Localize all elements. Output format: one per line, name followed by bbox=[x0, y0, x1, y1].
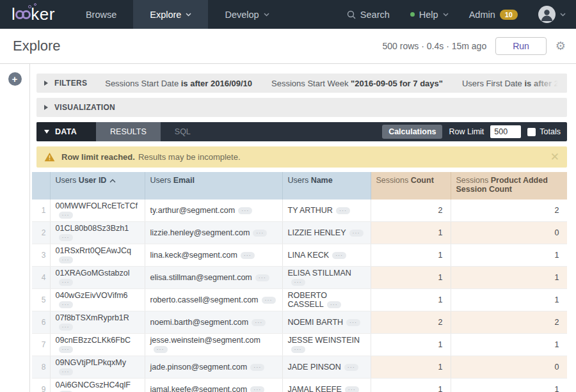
run-button[interactable]: Run bbox=[495, 37, 547, 55]
cell-menu-icon[interactable]: ··· bbox=[59, 256, 73, 263]
cell-email[interactable]: noemi.barth@segment.com··· bbox=[145, 311, 282, 334]
cell-count[interactable]: 1 bbox=[371, 379, 451, 392]
cell-email[interactable]: lina.keck@segment.com··· bbox=[145, 244, 282, 267]
cell-name[interactable]: ELISA STILLMAN··· bbox=[282, 267, 371, 289]
row-limit-input[interactable] bbox=[490, 125, 521, 138]
cell-menu-icon[interactable]: ··· bbox=[59, 346, 73, 353]
cell-menu-icon[interactable]: ··· bbox=[252, 319, 266, 326]
cell-menu-icon[interactable]: ··· bbox=[332, 252, 346, 259]
visualization-bar[interactable]: VISUALIZATION bbox=[36, 98, 567, 117]
cell-count[interactable]: 1 bbox=[371, 222, 451, 244]
nav-admin[interactable]: Admin 10 bbox=[459, 10, 528, 20]
cell-menu-icon[interactable]: ··· bbox=[346, 319, 360, 326]
cell-count[interactable]: 1 bbox=[371, 244, 451, 267]
nav-item-explore[interactable]: Explore bbox=[133, 0, 208, 29]
cell-email[interactable]: roberto.cassell@segment.com··· bbox=[145, 289, 282, 311]
column-name-label: User ID bbox=[79, 176, 107, 185]
cell-product-added[interactable]: 0 bbox=[451, 222, 567, 244]
cell-user-id[interactable]: 07f8bTSXmRyprb1R··· bbox=[50, 311, 145, 334]
looker-logo[interactable]: lker bbox=[0, 0, 69, 29]
data-section-toggle[interactable]: DATA bbox=[36, 122, 96, 141]
cell-user-id[interactable]: 00MWWFOLRcETcTCf··· bbox=[50, 200, 145, 222]
cell-user-id[interactable]: 01XRAGoMGstabzol··· bbox=[50, 267, 145, 289]
column-header-name[interactable]: Users Name bbox=[282, 172, 371, 200]
cell-product-added[interactable]: 0 bbox=[451, 356, 567, 379]
cell-menu-icon[interactable]: ··· bbox=[291, 279, 305, 286]
cell-name[interactable]: TY ARTHUR··· bbox=[282, 200, 371, 222]
cell-menu-icon[interactable]: ··· bbox=[250, 364, 264, 371]
cell-user-id[interactable]: 01RSxRrt0QEAwJCq··· bbox=[50, 244, 145, 267]
cell-product-added[interactable]: 1 bbox=[451, 334, 567, 356]
tab-sql[interactable]: SQL bbox=[161, 122, 205, 141]
nav-item-browse[interactable]: Browse bbox=[69, 0, 133, 29]
cell-count[interactable]: 1 bbox=[371, 289, 451, 311]
cell-menu-icon[interactable]: ··· bbox=[255, 274, 269, 281]
cell-menu-icon[interactable]: ··· bbox=[154, 346, 168, 353]
gear-icon[interactable]: ⚙ bbox=[556, 40, 566, 52]
cell-email[interactable]: jesse.weinstein@segment.com··· bbox=[145, 334, 282, 356]
column-header-product-added[interactable]: Sessions Product Added Session Count bbox=[451, 172, 567, 200]
nav-search[interactable]: Search bbox=[337, 10, 400, 20]
cell-menu-icon[interactable]: ··· bbox=[59, 212, 73, 219]
nav-user-menu[interactable] bbox=[528, 6, 576, 23]
cell-product-added[interactable]: 2 bbox=[451, 200, 567, 222]
filter-item[interactable]: Sessions Start Date is after 2016/09/10 bbox=[105, 79, 252, 88]
cell-email[interactable]: jamal.keefe@segment.com··· bbox=[145, 379, 282, 392]
cell-menu-icon[interactable]: ··· bbox=[253, 230, 267, 237]
cell-menu-icon[interactable]: ··· bbox=[59, 301, 73, 308]
cell-name[interactable]: JAMAL KEEFE··· bbox=[282, 379, 371, 392]
cell-menu-icon[interactable]: ··· bbox=[238, 207, 252, 214]
cell-user-id[interactable]: 040wGzEivVOVifm6··· bbox=[50, 289, 145, 311]
cell-name[interactable]: LIZZIE HENLEY··· bbox=[282, 222, 371, 244]
cell-name[interactable]: JESSE WEINSTEIN··· bbox=[282, 334, 371, 356]
cell-email[interactable]: elisa.stillman@segment.com··· bbox=[145, 267, 282, 289]
close-icon[interactable]: ✕ bbox=[550, 150, 559, 164]
nav-item-develop[interactable]: Develop bbox=[208, 0, 285, 29]
nav-help[interactable]: Help bbox=[400, 10, 459, 20]
cell-menu-icon[interactable]: ··· bbox=[59, 234, 73, 241]
cell-user-id[interactable]: 09cnEBzzCLKk6FbC··· bbox=[50, 334, 145, 356]
cell-menu-icon[interactable]: ··· bbox=[241, 252, 255, 259]
cell-menu-icon[interactable]: ··· bbox=[349, 230, 364, 237]
table-header-row: Users User ID Users Email Users Name Ses… bbox=[32, 172, 567, 200]
column-header-email[interactable]: Users Email bbox=[145, 172, 282, 200]
totals-checkbox[interactable] bbox=[527, 128, 536, 136]
add-field-button[interactable]: + bbox=[8, 72, 22, 86]
cell-name[interactable]: JADE PINSON··· bbox=[282, 356, 371, 379]
cell-menu-icon[interactable]: ··· bbox=[250, 386, 264, 392]
cell-email[interactable]: jade.pinson@segment.com··· bbox=[145, 356, 282, 379]
cell-product-added[interactable]: 2 bbox=[451, 311, 567, 334]
cell-menu-icon[interactable]: ··· bbox=[262, 297, 276, 304]
filter-item[interactable]: Sessions Start Week "2016-09-05 for 7 da… bbox=[271, 79, 443, 88]
cell-user-id[interactable]: 09NGVtjPfLPkqxMy··· bbox=[50, 356, 145, 379]
cell-product-added[interactable]: 1 bbox=[451, 289, 567, 311]
cell-menu-icon[interactable]: ··· bbox=[336, 207, 350, 214]
cell-menu-icon[interactable]: ··· bbox=[344, 364, 358, 371]
cell-menu-icon[interactable]: ··· bbox=[345, 386, 359, 392]
cell-user-id[interactable]: 01CL80b08Sz3Bzh1··· bbox=[50, 222, 145, 244]
column-header-count[interactable]: Sessions Count bbox=[371, 172, 451, 200]
cell-product-added[interactable]: 1 bbox=[451, 267, 567, 289]
cell-menu-icon[interactable]: ··· bbox=[291, 346, 305, 353]
cell-product-added[interactable]: 1 bbox=[451, 379, 567, 392]
cell-count[interactable]: 1 bbox=[371, 267, 451, 289]
cell-email[interactable]: lizzie.henley@segment.com··· bbox=[145, 222, 282, 244]
cell-count[interactable]: 2 bbox=[371, 311, 451, 334]
cell-email[interactable]: ty.arthur@segment.com··· bbox=[145, 200, 282, 222]
cell-menu-icon[interactable]: ··· bbox=[59, 279, 73, 286]
column-header-user-id[interactable]: Users User ID bbox=[50, 172, 145, 200]
filters-bar[interactable]: FILTERS Sessions Start Date is after 201… bbox=[36, 74, 567, 93]
calculations-button[interactable]: Calculations bbox=[382, 125, 442, 139]
tab-results[interactable]: RESULTS bbox=[96, 122, 161, 141]
cell-count[interactable]: 1 bbox=[371, 356, 451, 379]
cell-product-added[interactable]: 1 bbox=[451, 244, 567, 267]
cell-menu-icon[interactable]: ··· bbox=[59, 324, 73, 331]
cell-menu-icon[interactable]: ··· bbox=[59, 368, 73, 375]
cell-count[interactable]: 1 bbox=[371, 334, 451, 356]
cell-menu-icon[interactable]: ··· bbox=[327, 301, 341, 308]
cell-user-id[interactable]: 0Ai6GNCGszHC4qlF··· bbox=[50, 379, 145, 392]
cell-name[interactable]: ROBERTO CASSELL··· bbox=[282, 289, 371, 311]
cell-count[interactable]: 2 bbox=[371, 200, 451, 222]
cell-name[interactable]: NOEMI BARTH··· bbox=[282, 311, 371, 334]
cell-name[interactable]: LINA KECK··· bbox=[282, 244, 371, 267]
